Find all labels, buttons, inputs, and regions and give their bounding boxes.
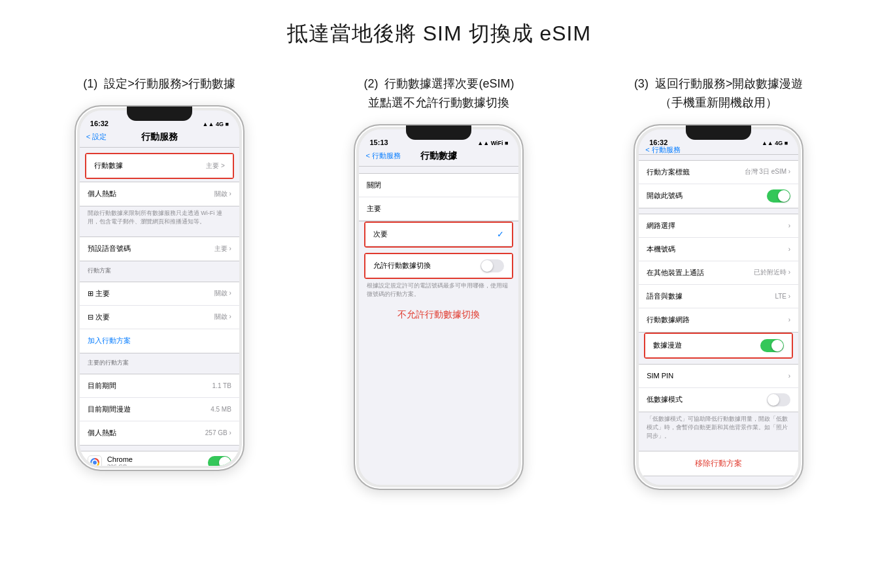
plan-secondary: ⊟ 次要 關啟 › bbox=[80, 306, 239, 329]
remove-plan-btn[interactable]: 移除行動方案 bbox=[639, 451, 798, 476]
chrome-size: 306 GB bbox=[107, 463, 208, 466]
group-hotspot: 個人熱點 關啟 › bbox=[80, 182, 239, 206]
my-num: 本機號碼 › bbox=[639, 238, 798, 261]
screen-1: 16:32 ▲▲ 4G ■ < 設定 行動服務 行動數據 主要 > bbox=[80, 110, 239, 466]
red-note: 不允許行動數據切換 bbox=[359, 309, 518, 321]
step-3: (3) 返回行動服務>開啟數據漫遊 （手機重新開機啟用） 16:32 ▲▲ 4G… bbox=[594, 74, 843, 490]
step-1: (1) 設定>行動服務>行動數據 16:32 ▲▲ 4G ■ < 設定 行動服務 bbox=[35, 74, 284, 471]
step-2: (2) 行動數據選擇次要(eSIM) 並點選不允許行動數據切換 15:13 ▲▲… bbox=[314, 74, 563, 490]
chrome-name: Chrome bbox=[107, 455, 208, 463]
signal-1: ▲▲ 4G ■ bbox=[203, 121, 229, 127]
data-switch-toggle bbox=[481, 259, 504, 272]
radio-group-top: 關閉 主要 bbox=[359, 173, 518, 221]
plan-primary: ⊞ 主要 關啟 › bbox=[80, 282, 239, 306]
primary-row: 主要 bbox=[359, 197, 518, 221]
plan-label-group: 行動方案標籤 台灣 3日 eSIM › 開啟此號碼 bbox=[639, 160, 798, 208]
step-1-label: (1) 設定>行動服務>行動數據 bbox=[35, 74, 284, 93]
low-data: 低數據模式 bbox=[639, 388, 798, 412]
steps-container: (1) 設定>行動服務>行動數據 16:32 ▲▲ 4G ■ < 設定 行動服務 bbox=[26, 74, 852, 490]
enable-toggle bbox=[767, 189, 790, 203]
voice-data: 語音與數據 LTE › bbox=[639, 285, 798, 308]
nav-3: < 行動服務 bbox=[639, 149, 798, 155]
period-row: 目前期間 1.1 TB bbox=[80, 374, 239, 398]
notch-3 bbox=[686, 125, 751, 140]
chrome-icon bbox=[88, 455, 102, 466]
roaming-row: 目前期間漫遊 4.5 MB bbox=[80, 398, 239, 421]
nav-1: < 設定 行動服務 bbox=[80, 130, 239, 148]
nav-2: < 行動服務 行動數據 bbox=[359, 149, 518, 167]
hotspot-data-row: 個人熱點 257 GB › bbox=[80, 421, 239, 445]
time-2: 15:13 bbox=[369, 139, 388, 146]
voice-group: 預設語音號碼 主要 › bbox=[80, 237, 239, 261]
notch-2 bbox=[406, 125, 471, 140]
mobile-net: 行動數據網路 › bbox=[639, 308, 798, 332]
network-group: 網路選擇 › 本機號碼 › 在其他裝置上通話 已於附近時 › 語音與數據 bbox=[639, 214, 798, 333]
nav-title-2: 行動數據 bbox=[420, 150, 457, 162]
chrome-info: Chrome 306 GB bbox=[107, 455, 208, 466]
content-1: 行動數據 主要 > 個人熱點 關啟 › 開啟行動數據來限制所有數據服務只走透過 … bbox=[80, 148, 239, 466]
notch-1 bbox=[127, 106, 192, 121]
switch-desc: 根據設定規定許可的電話號碼最多可申用哪條，使用端微號碼的行動方案。 bbox=[359, 279, 518, 304]
add-plan: 加入行動方案 bbox=[80, 329, 239, 353]
screen-2: 15:13 ▲▲ WiFi ■ < 行動服務 行動數據 關閉 bbox=[359, 129, 518, 485]
low-data-toggle bbox=[767, 393, 790, 406]
low-data-desc: 「低數據模式」可協助降低行動數據用量，開啟「低數模式」時，會暫停自動更新和其他背… bbox=[639, 412, 798, 446]
step-2-label: (2) 行動數據選擇次要(eSIM) 並點選不允許行動數據切換 bbox=[314, 74, 563, 112]
sim-pin: SIM PIN › bbox=[639, 365, 798, 388]
page-title: 抵達當地後將 SIM 切換成 eSIM bbox=[26, 20, 852, 48]
mobile-data-label: 行動數據 bbox=[94, 161, 123, 171]
mobile-data-row: 行動數據 主要 > bbox=[86, 154, 233, 178]
step-3-label: (3) 返回行動服務>開啟數據漫遊 （手機重新開機啟用） bbox=[594, 74, 843, 112]
plan-header: 行動方案 bbox=[80, 261, 239, 276]
nav-back-2: < 行動服務 bbox=[365, 151, 400, 161]
secondary-row: 次要 ✓ bbox=[365, 223, 512, 246]
content-2: 關閉 主要 次要 ✓ bbox=[359, 167, 518, 485]
highlight-data-switch: 允許行動數據切換 bbox=[364, 253, 513, 279]
roaming-toggle-row: 數據漫遊 bbox=[645, 334, 792, 357]
iphone-2: 15:13 ▲▲ WiFi ■ < 行動服務 行動數據 關閉 bbox=[354, 124, 524, 490]
highlight-roaming: 數據漫遊 bbox=[644, 333, 793, 359]
hotspot-row: 個人熱點 關啟 › bbox=[80, 182, 239, 206]
usage-group: 目前期間 1.1 TB 目前期間漫遊 4.5 MB 個人熱點 257 GB › bbox=[80, 374, 239, 446]
iphone-1: 16:32 ▲▲ 4G ■ < 設定 行動服務 行動數據 主要 > bbox=[75, 105, 245, 471]
other-device: 在其他裝置上通話 已於附近時 › bbox=[639, 261, 798, 285]
signal-3: ▲▲ 4G ■ bbox=[762, 140, 788, 146]
iphone-3: 16:32 ▲▲ 4G ■ < 行動服務 行動方案標籤 台灣 3日 eSIM › bbox=[633, 124, 803, 490]
content-3: 行動方案標籤 台灣 3日 eSIM › 開啟此號碼 網路選擇 › bbox=[639, 155, 798, 485]
signal-2: ▲▲ WiFi ■ bbox=[477, 140, 508, 146]
svg-point-0 bbox=[93, 461, 97, 465]
wifi-desc: 開啟行動數據來限制所有數據服務只走透過 Wi-Fi 連用，包含電子郵件、瀏覽網頁… bbox=[80, 206, 239, 231]
plan-label-row: 行動方案標籤 台灣 3日 eSIM › bbox=[639, 161, 798, 184]
net-select: 網路選擇 › bbox=[639, 214, 798, 238]
voice-row: 預設語音號碼 主要 › bbox=[80, 237, 239, 261]
apps-group: Chrome 306 GB N Netflix 154 GB bbox=[80, 451, 239, 466]
roaming-toggle bbox=[760, 339, 784, 352]
chrome-row: Chrome 306 GB bbox=[80, 451, 239, 466]
usage-header: 主要的行動方案 bbox=[80, 353, 239, 368]
chrome-toggle bbox=[208, 456, 231, 466]
highlight-secondary: 次要 ✓ bbox=[364, 221, 513, 248]
off-row: 關閉 bbox=[359, 174, 518, 197]
data-switch-row: 允許行動數據切換 bbox=[365, 254, 512, 278]
screen-3: 16:32 ▲▲ 4G ■ < 行動服務 行動方案標籤 台灣 3日 eSIM › bbox=[639, 129, 798, 485]
highlight-mobile-data: 行動數據 主要 > bbox=[85, 153, 234, 179]
plan-group: ⊞ 主要 關啟 › ⊟ 次要 關啟 › 加入行動方案 bbox=[80, 282, 239, 353]
nav-back-1: < 設定 bbox=[86, 132, 107, 142]
mobile-data-value: 主要 > bbox=[206, 161, 225, 171]
nav-back-3: < 行動服務 bbox=[645, 145, 680, 155]
sim-group: SIM PIN › 低數據模式 bbox=[639, 364, 798, 412]
nav-title-1: 行動服務 bbox=[141, 131, 178, 143]
enable-num-row: 開啟此號碼 bbox=[639, 184, 798, 208]
time-1: 16:32 bbox=[90, 120, 109, 127]
